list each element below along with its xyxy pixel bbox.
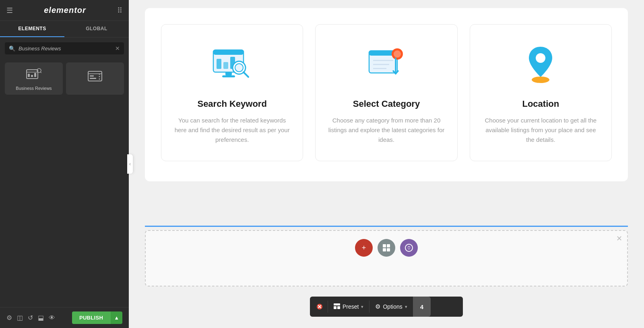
preset-icon (334, 303, 340, 310)
svg-point-13 (99, 79, 100, 80)
svg-point-35 (532, 77, 549, 83)
svg-point-34 (536, 53, 545, 63)
svg-rect-4 (34, 73, 36, 77)
svg-rect-45 (334, 303, 340, 305)
search-keyword-icon (208, 41, 256, 89)
toolbar-preset-button[interactable]: Preset ▾ (328, 303, 369, 310)
svg-point-12 (99, 76, 100, 77)
svg-rect-39 (387, 248, 390, 251)
svg-rect-10 (90, 78, 96, 79)
options-chevron-icon: ▾ (405, 304, 407, 309)
svg-rect-38 (383, 248, 386, 251)
search-keyword-description: You can search for the related keywords … (173, 116, 291, 145)
svg-rect-47 (337, 306, 340, 309)
options-gear-icon: ⚙ (375, 303, 380, 310)
add-widget-button[interactable] (400, 239, 418, 257)
close-section-icon[interactable]: ✕ (616, 234, 622, 243)
widget-grid: Business Reviews (0, 59, 129, 98)
select-category-title: Select Category (353, 99, 420, 109)
svg-rect-22 (225, 72, 232, 75)
svg-point-41 (408, 247, 410, 249)
eye-icon[interactable]: 👁 (49, 314, 55, 322)
svg-rect-36 (383, 244, 386, 247)
app-logo: elementor (44, 6, 86, 15)
collapse-chevron-icon: ‹ (129, 161, 131, 167)
tab-elements[interactable]: ELEMENTS (0, 21, 64, 37)
select-category-description: Choose any category from more than 20 li… (328, 116, 445, 145)
search-input[interactable] (19, 46, 115, 52)
location-title: Location (522, 99, 559, 109)
feature-cards-section: Search Keyword You can search for the re… (145, 8, 628, 181)
publish-button[interactable]: PUBLISH (72, 311, 110, 324)
toolbar-close-button[interactable] (312, 303, 328, 310)
svg-rect-16 (217, 59, 221, 69)
svg-rect-46 (334, 306, 336, 309)
clear-search-icon[interactable]: ✕ (115, 45, 120, 52)
add-section-button[interactable]: + (355, 239, 373, 257)
tab-global[interactable]: GLOBAL (64, 21, 129, 37)
select-category-icon (362, 41, 411, 89)
search-bar: 🔍 ✕ (5, 42, 124, 54)
widget-placeholder (66, 62, 124, 95)
empty-section[interactable]: ✕ + (145, 230, 628, 286)
toolbar-count: 4 (413, 297, 431, 317)
section-separator (145, 226, 628, 227)
svg-rect-37 (387, 244, 390, 247)
history-icon[interactable]: ↺ (28, 314, 33, 322)
sidebar-tabs: ELEMENTS GLOBAL (0, 21, 129, 37)
svg-line-21 (244, 72, 248, 77)
toolbar-options-button[interactable]: ⚙ Options ▾ (369, 303, 413, 310)
search-icon: 🔍 (9, 46, 15, 52)
widget-icon-2 (88, 71, 102, 85)
feature-card-location: Location Choose your current location to… (470, 24, 612, 161)
feature-card-search-keyword: Search Keyword You can search for the re… (161, 24, 303, 161)
svg-line-6 (40, 72, 41, 73)
widget-business-reviews[interactable]: Business Reviews (5, 62, 63, 95)
location-icon (516, 41, 565, 89)
svg-rect-15 (213, 50, 244, 55)
main-area: Search Keyword You can search for the re… (129, 0, 644, 328)
svg-rect-9 (90, 75, 94, 77)
svg-rect-2 (28, 74, 30, 77)
feature-card-select-category: Select Category Choose any category from… (315, 24, 457, 161)
svg-rect-3 (31, 75, 33, 77)
canvas: Search Keyword You can search for the re… (129, 0, 644, 328)
save-icon[interactable]: ⬓ (38, 314, 44, 322)
location-description: Choose your current location to get all … (482, 116, 599, 145)
sidebar-header: ☰ elementor ⠿ (0, 0, 129, 21)
add-template-button[interactable] (378, 239, 395, 257)
widget-icon (26, 68, 41, 83)
collapse-handle[interactable]: ‹ (127, 154, 133, 174)
preset-label: Preset (343, 303, 359, 310)
widget-label: Business Reviews (16, 86, 52, 91)
publish-arrow-button[interactable]: ▲ (110, 311, 122, 324)
hamburger-icon[interactable]: ☰ (6, 6, 13, 15)
svg-point-30 (394, 50, 401, 58)
settings-icon[interactable]: ⚙ (6, 314, 12, 322)
footer-icons: ⚙ ◫ ↺ ⬓ 👁 (6, 314, 55, 322)
bottom-toolbar: Preset ▾ ⚙ Options ▾ 4 (310, 297, 463, 317)
grid-icon[interactable]: ⠿ (117, 6, 122, 15)
section-add-buttons: + (146, 231, 627, 257)
publish-button-group: PUBLISH ▲ (72, 311, 122, 324)
svg-rect-17 (223, 62, 228, 69)
svg-point-11 (99, 74, 100, 75)
preset-chevron-icon: ▾ (361, 304, 363, 309)
search-keyword-title: Search Keyword (197, 99, 266, 109)
svg-rect-23 (222, 75, 235, 77)
options-label: Options (383, 303, 402, 310)
sidebar: ☰ elementor ⠿ ELEMENTS GLOBAL 🔍 ✕ (0, 0, 129, 328)
layers-icon[interactable]: ◫ (17, 314, 23, 322)
canvas-spacer: ✋ (145, 181, 628, 226)
svg-point-20 (235, 64, 243, 72)
sidebar-footer: ⚙ ◫ ↺ ⬓ 👁 PUBLISH ▲ (0, 307, 129, 328)
